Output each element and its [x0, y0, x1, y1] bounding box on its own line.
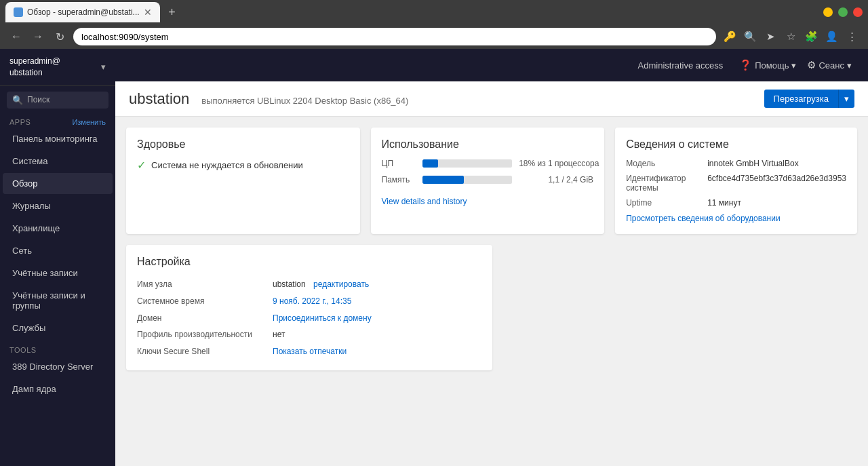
reboot-dropdown-button[interactable]: ▾: [838, 90, 854, 108]
settings-ssh-row: Ключи Secure Shell Показать отпечатки: [137, 343, 481, 360]
id-value: 6cfbce4d735ebf3c37d63ad26e3d3953: [707, 174, 846, 193]
sidebar-item-389ds[interactable]: 389 Directory Server: [3, 356, 113, 377]
os-subtitle: выполняется UBLinux 2204 Desktop Basic (…: [201, 96, 408, 106]
send-icon[interactable]: ➤: [762, 28, 778, 45]
sidebar-item-services[interactable]: Службы: [3, 317, 113, 338]
sidebar-item-overview[interactable]: Обзор: [3, 173, 113, 194]
sidebar-item-accounts[interactable]: Учётные записи: [3, 263, 113, 284]
hostname-value: ubstation: [273, 279, 306, 289]
cpu-value: 18% из 1 процессора: [519, 159, 593, 168]
usage-card: Использование ЦП 18% из 1 процессора Пам…: [371, 128, 605, 234]
sidebar-item-dashboard[interactable]: Панель мониторинга: [3, 128, 113, 149]
model-label: Модель: [626, 159, 707, 168]
check-icon: ✓: [137, 159, 146, 172]
extensions-icon[interactable]: 🧩: [803, 28, 819, 45]
settings-domain-row: Домен Присоединиться к домену: [137, 309, 481, 326]
cpu-bar-fill: [422, 159, 439, 168]
ssh-label: Ключи Secure Shell: [137, 343, 273, 360]
sysinfo-card: Сведения о системе Модель innotek GmbH V…: [615, 128, 857, 234]
address-bar: ← → ↻ 🔑 🔍 ➤ ☆ 🧩 👤 ⋮: [0, 24, 868, 49]
settings-card: Настройка Имя узла ubstation редактирова…: [126, 245, 492, 370]
sidebar-item-logs[interactable]: Журналы: [3, 195, 113, 216]
sidebar-item-network[interactable]: Сеть: [3, 240, 113, 261]
address-input[interactable]: [73, 28, 716, 45]
domain-join-link[interactable]: Присоединиться к домену: [273, 313, 372, 323]
settings-section: Настройка Имя узла ubstation редактирова…: [115, 245, 868, 381]
memory-label: Память: [382, 175, 416, 185]
domain-value-cell: Присоединиться к домену: [273, 309, 481, 326]
health-card: Здоровье ✓ Система не нуждается в обновл…: [126, 128, 360, 234]
new-tab-button[interactable]: +: [163, 3, 182, 22]
profile-icon[interactable]: 👤: [823, 28, 840, 45]
back-button[interactable]: ←: [8, 28, 24, 45]
settings-title: Настройка: [137, 256, 481, 268]
app: superadmin@ ubstation ▾ 🔍 Поиск Apps Изм…: [0, 49, 868, 466]
time-value-link[interactable]: 9 нояб. 2022 г., 14:35: [273, 296, 351, 306]
tab-close-button[interactable]: ✕: [144, 7, 152, 18]
ssh-value-cell: Показать отпечатки: [273, 343, 481, 360]
health-status: ✓ Система не нуждается в обновлении: [137, 159, 349, 172]
health-title: Здоровье: [137, 138, 349, 151]
reboot-button[interactable]: Перезагрузка: [764, 90, 838, 108]
sidebar-search[interactable]: 🔍 Поиск: [0, 86, 115, 114]
settings-perf-row: Профиль производительности нет: [137, 326, 481, 343]
gear-icon: ⚙: [807, 59, 816, 71]
apps-label: Apps: [9, 118, 31, 126]
forward-button[interactable]: →: [30, 28, 46, 45]
memory-usage-row: Память 1,1 / 2,4 GiB: [382, 175, 594, 185]
tab-favicon: [14, 7, 23, 17]
sidebar-item-storage[interactable]: Хранилище: [3, 218, 113, 239]
toolbar-icons: 🔑 🔍 ➤ ☆ 🧩 👤 ⋮: [722, 28, 860, 45]
sidebar-header: superadmin@ ubstation ▾: [0, 49, 115, 86]
star-icon[interactable]: ☆: [783, 28, 799, 45]
maximize-button[interactable]: [838, 7, 848, 17]
memory-value: 1,1 / 2,4 GiB: [519, 175, 593, 185]
view-details-link[interactable]: View details and history: [382, 197, 467, 206]
time-label: Системное время: [137, 292, 273, 309]
hostname-value-cell: ubstation редактировать: [273, 276, 481, 292]
hostname-title: ubstation: [129, 90, 189, 108]
uptime-value: 11 минут: [707, 198, 741, 208]
hw-details-link[interactable]: Просмотреть сведения об оборудовании: [626, 214, 781, 223]
help-dropdown-icon: ▾: [791, 60, 796, 71]
uptime-label: Uptime: [626, 198, 707, 208]
cpu-label: ЦП: [382, 159, 416, 168]
change-button[interactable]: Изменить: [72, 118, 106, 126]
cpu-usage-row: ЦП 18% из 1 процессора: [382, 159, 594, 168]
tab-bar: Обзор - superadmin@ubstati... ✕ +: [0, 0, 868, 24]
session-label: Сеанс: [818, 60, 844, 71]
model-value: innotek GmbH VirtualBox: [707, 159, 799, 168]
perf-value: нет: [273, 326, 481, 343]
close-button[interactable]: [853, 7, 863, 17]
sidebar-item-system[interactable]: Система: [3, 151, 113, 172]
perf-label: Профиль производительности: [137, 326, 273, 343]
search-icon: 🔍: [12, 95, 23, 105]
ssh-fingerprints-link[interactable]: Показать отпечатки: [273, 347, 347, 356]
admin-access-label: Administrative access: [638, 60, 724, 71]
key-icon[interactable]: 🔑: [722, 28, 738, 45]
sidebar-apps-section: Apps Изменить: [0, 114, 115, 128]
reload-button[interactable]: ↻: [52, 28, 68, 45]
health-status-text: Система не нуждается в обновлении: [151, 160, 303, 170]
memory-bar-fill: [422, 176, 464, 184]
settings-hostname-row: Имя узла ubstation редактировать: [137, 276, 481, 292]
session-button[interactable]: ⚙ Сеанс ▾: [802, 56, 857, 74]
minimize-button[interactable]: [823, 7, 833, 17]
help-icon: ❓: [739, 59, 752, 71]
memory-bar-background: [422, 176, 513, 184]
id-label: Идентификатор системы: [626, 174, 707, 193]
menu-icon[interactable]: ⋮: [844, 28, 860, 45]
reboot-action: Перезагрузка ▾: [764, 90, 854, 108]
sidebar-dropdown-icon[interactable]: ▾: [101, 62, 106, 72]
help-button[interactable]: ❓ Помощь ▾: [734, 56, 802, 74]
search-icon[interactable]: 🔍: [742, 28, 758, 45]
sidebar-item-accounts-groups[interactable]: Учётные записи и группы: [3, 285, 113, 316]
active-tab[interactable]: Обзор - superadmin@ubstati... ✕: [5, 2, 160, 22]
search-label: Поиск: [27, 95, 50, 104]
search-box[interactable]: 🔍 Поиск: [7, 92, 108, 109]
sysinfo-model-row: Модель innotek GmbH VirtualBox: [626, 159, 846, 168]
help-label: Помощь: [755, 60, 789, 71]
sidebar-item-kdump[interactable]: Дамп ядра: [3, 378, 113, 400]
hostname-edit-link[interactable]: редактировать: [313, 279, 369, 289]
hostname-label: Имя узла: [137, 276, 273, 292]
